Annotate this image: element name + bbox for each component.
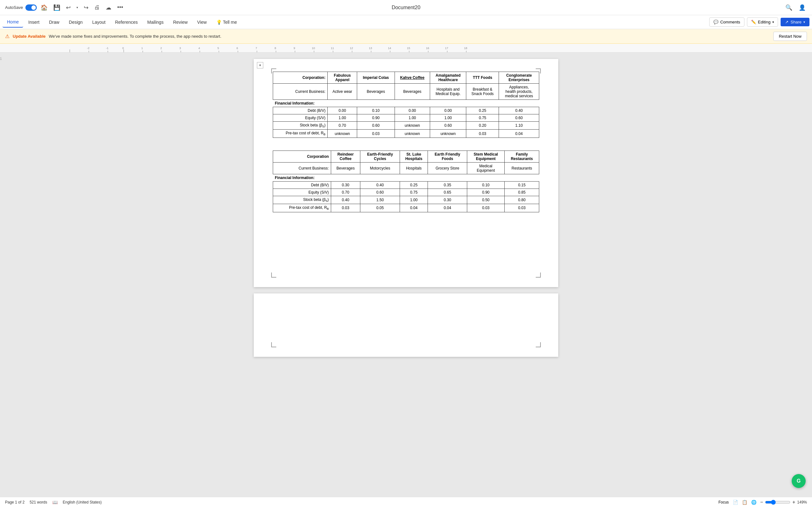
table-cell: 0.00 [395,107,430,114]
table-row: Corporation: FabulousApparel Imperial Co… [273,72,539,83]
table-cell: Debt (B/V) [273,181,331,188]
table-row: Financial Information: [273,100,539,107]
tab-view[interactable]: View [193,17,211,27]
svg-text:2: 2 [160,47,162,50]
table-cell: 1.00 [400,196,427,204]
table-cell: 0.04 [499,130,539,137]
table-cell: 0.40 [360,181,400,188]
table-cell: Equity (S/V) [273,188,331,196]
restart-now-button[interactable]: Restart Now [773,32,807,41]
focus-button[interactable]: Focus [718,500,729,504]
tell-me-btn[interactable]: 💡 Tell me [212,17,241,27]
tab-review[interactable]: Review [169,17,192,27]
table-cell: Stock beta (βS) [273,122,328,130]
svg-text:17: 17 [445,47,448,50]
tab-mailings[interactable]: Mailings [143,17,168,27]
table-cell: 0.70 [331,188,360,196]
undo-icon[interactable]: ↩ [65,3,72,12]
table-cell: Motorcycles [360,162,400,174]
share-button[interactable]: ↗ Share ▾ [780,18,809,26]
ribbon-right: 💬 Comments ✏️ Editing ▾ ↗ Share ▾ [709,17,809,26]
table-cell: FabulousApparel [328,72,357,83]
table-cell: Current Business: [273,162,331,174]
table-row: Corporation ReindeerCoffee Earth-Friendl… [273,151,539,162]
autosave-toggle[interactable] [26,4,37,11]
doc-title: Document20 [392,5,420,10]
chevron-down-icon-share: ▾ [803,20,805,24]
table-cell: Hospitals [400,162,427,174]
tab-references[interactable]: References [111,17,142,27]
table-cell: AmalgamatedHealthcare [430,72,466,83]
table-cell: Appliances,health products,medical servi… [499,83,539,100]
autosave-label: AutoSave [5,5,23,10]
zoom-slider[interactable] [765,500,791,505]
table-cell: Beverages [395,83,430,100]
word-count: 521 words [30,500,47,504]
title-bar: AutoSave 🏠 💾 ↩ ▾ ↪ 🖨 ☁ ••• Document20 🔍 … [0,0,812,15]
proofing-icon[interactable]: 📖 [52,500,58,505]
table-cell: 0.25 [400,181,427,188]
update-banner: ⚠ Update Available We've made some fixes… [0,29,812,44]
table-cell: Financial Information: [273,174,539,181]
editing-button[interactable]: ✏️ Editing ▾ [747,17,778,26]
svg-text:5: 5 [217,47,219,50]
corner-bottom-left-p2 [271,342,276,347]
save-icon[interactable]: 💾 [52,3,61,12]
more-icon[interactable]: ••• [116,3,124,12]
redo-icon[interactable]: ↪ [83,3,90,12]
table-cell: 0.75 [400,188,427,196]
table-2: Corporation ReindeerCoffee Earth-Friendl… [273,151,539,212]
table-cell: 0.35 [428,181,467,188]
table-cell: Grocery Store [428,162,467,174]
table-cell: St. LukeHospitals [400,151,427,162]
zoom-out-icon[interactable]: − [760,499,763,505]
table-cell: 0.05 [360,204,400,212]
undo-dropdown-icon[interactable]: ▾ [75,4,79,10]
svg-rect-0 [0,44,812,53]
home-icon[interactable]: 🏠 [39,3,49,12]
table-cell: unknown [430,130,466,137]
table-cell: ReindeerCoffee [331,151,360,162]
page-1: + Corporation: FabulousApparel Imperial … [254,59,558,287]
corner-bottom-left [271,273,276,278]
table-cell: 0.00 [430,107,466,114]
comments-button[interactable]: 💬 Comments [709,17,745,26]
tab-home[interactable]: Home [3,17,23,27]
tab-layout[interactable]: Layout [88,17,110,27]
table-cell: 0.20 [466,122,499,130]
table-cell: 0.40 [499,107,539,114]
tab-design[interactable]: Design [64,17,87,27]
account-icon[interactable]: 👤 [798,3,807,12]
page-info: Page 1 of 2 [5,500,24,504]
language: English (United States) [63,500,102,504]
cloud-icon[interactable]: ☁ [104,3,113,12]
table-cell: 0.90 [467,188,504,196]
table-cell: Pre-tax cost of debt, RB [273,130,328,137]
table-cell: 1.10 [499,122,539,130]
table-row: Equity (S/V) 1.00 0.90 1.00 1.00 0.75 0.… [273,114,539,122]
grammarly-icon: G [797,478,801,484]
table-cell: Restaurants [505,162,539,174]
table-row: Debt (B/V) 0.00 0.10 0.00 0.00 0.25 0.40 [273,107,539,114]
tab-draw[interactable]: Draw [44,17,64,27]
grammarly-button[interactable]: G [792,474,806,488]
expand-icon[interactable]: + [257,62,263,68]
view-icon-print[interactable]: 📋 [742,500,747,505]
view-icon-read[interactable]: 📄 [733,500,738,505]
search-icon[interactable]: 🔍 [784,3,794,12]
table-cell: unknown [328,130,357,137]
print-icon[interactable]: 🖨 [93,3,101,12]
table-cell: 0.03 [467,204,504,212]
table-cell: 0.50 [467,196,504,204]
svg-text:14: 14 [388,47,391,50]
view-icon-web[interactable]: 🌐 [751,500,757,505]
table-cell: 0.30 [428,196,467,204]
zoom-in-icon[interactable]: + [792,499,795,505]
table-cell: Kahve Coffee [395,72,430,83]
table-cell: Financial Information: [273,100,539,107]
svg-text:4: 4 [198,47,200,50]
tab-insert[interactable]: Insert [24,17,44,27]
corner-bottom-right-p2 [536,342,541,347]
table-cell: ConglomerateEnterprises [499,72,539,83]
table-cell: 0.03 [466,130,499,137]
